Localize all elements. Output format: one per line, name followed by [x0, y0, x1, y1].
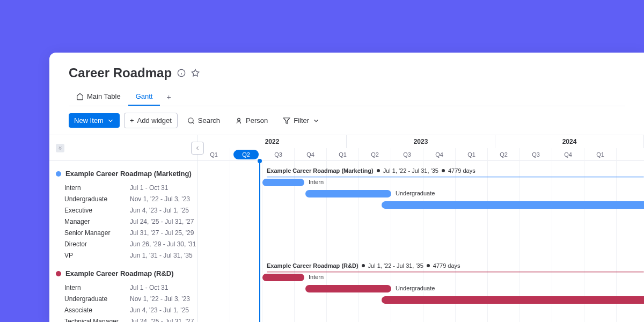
task-name: Intern [56, 284, 130, 291]
task-name: Undergraduate [56, 195, 130, 203]
gantt-row: Intern [198, 272, 644, 283]
task-row[interactable]: AssociateJun 4, '23 - Jul 1, '25 [56, 304, 197, 316]
task-row[interactable]: InternJul 1 - Oct 31 [56, 282, 197, 293]
task-row[interactable]: UndergraduateNov 1, '22 - Jul 3, '23 [56, 193, 197, 204]
tab-main-table[interactable]: Main Table [69, 88, 128, 106]
info-icon[interactable] [177, 69, 186, 77]
task-name: Technical Manager [56, 318, 130, 323]
new-item-button[interactable]: New Item [69, 113, 120, 128]
gantt-row [198, 317, 644, 322]
tool-label: Search [198, 116, 220, 125]
search-button[interactable]: Search [182, 113, 225, 128]
year-label: 2024 [495, 135, 644, 148]
quarter-label: Q4 [552, 148, 584, 161]
collapse-pane-button[interactable] [191, 142, 204, 155]
toolbar: New Item + Add widget Search Person Filt… [49, 106, 644, 135]
chevron-down-icon [107, 117, 114, 125]
gantt-bar-label: Intern [309, 274, 324, 280]
add-tab-button[interactable]: + [160, 89, 177, 106]
task-date: Jul 24, '25 - Jul 31, '27 [130, 318, 197, 323]
tool-label: Filter [294, 116, 309, 125]
timeline-header: 202220232024 Q1Q2Q3Q4Q1Q2Q3Q4Q1Q2Q3Q4Q1 [198, 135, 644, 161]
chevron-down-icon [312, 117, 320, 125]
task-date: Nov 1, '22 - Jul 3, '23 [130, 195, 197, 203]
task-date: Jul 1 - Oct 31 [130, 284, 197, 291]
gantt-bar-label: Intern [309, 179, 324, 185]
chevron-left-icon [194, 145, 201, 151]
group-header[interactable]: Example Career Roadmap (Marketing) [56, 167, 197, 180]
quarter-label: Q1 [456, 148, 488, 161]
header: Career Roadmap Main Table Gantt + [49, 53, 644, 106]
gantt-bar[interactable] [305, 285, 391, 292]
left-pane: Example Career Roadmap (Marketing)Intern… [49, 135, 197, 322]
task-name: Manager [56, 218, 130, 225]
svg-point-4 [188, 118, 193, 122]
person-icon [235, 117, 243, 125]
gantt-view: Example Career Roadmap (Marketing)Intern… [49, 135, 644, 322]
timeline-pane[interactable]: 202220232024 Q1Q2Q3Q4Q1Q2Q3Q4Q1Q2Q3Q4Q1 … [197, 135, 644, 322]
expand-all-button[interactable] [56, 144, 64, 152]
gantt-row [198, 200, 644, 211]
task-date: Jul 31, '27 - Jul 25, '29 [130, 229, 197, 237]
person-button[interactable]: Person [230, 113, 273, 128]
task-name: Senior Manager [56, 229, 130, 237]
gantt-row: Intern [198, 177, 644, 188]
group: Example Career Roadmap (Marketing)Intern… [49, 161, 197, 261]
task-date: Jul 1 - Oct 31 [130, 184, 197, 192]
task-row[interactable]: Senior ManagerJul 31, '27 - Jul 25, '29 [56, 227, 197, 238]
task-date: Jun 26, '29 - Jul 30, '31 [130, 240, 197, 248]
gantt-row [198, 306, 644, 317]
task-date: Jul 24, '25 - Jul 31, '27 [130, 218, 197, 225]
gantt-bar[interactable] [305, 190, 391, 197]
quarter-label: Q2 [488, 148, 520, 161]
gantt-row: Undergraduate [198, 188, 644, 200]
task-name: Undergraduate [56, 295, 130, 303]
task-date: Nov 1, '22 - Jul 3, '23 [130, 295, 197, 303]
filter-icon [283, 117, 290, 125]
gantt-row [198, 211, 644, 222]
tabs: Main Table Gantt + [69, 88, 625, 106]
task-row[interactable]: VPJun 1, '31 - Jul 31, '35 [56, 250, 197, 261]
year-label: 2023 [347, 135, 495, 148]
gantt-bar[interactable] [262, 179, 304, 186]
task-date: Jun 4, '23 - Jul 1, '25 [130, 207, 197, 214]
star-icon[interactable] [191, 69, 200, 77]
task-name: VP [56, 252, 130, 259]
home-icon [76, 93, 84, 100]
button-label: Add widget [137, 116, 172, 125]
gantt-bar[interactable] [382, 201, 644, 209]
tab-gantt[interactable]: Gantt [128, 88, 160, 106]
group-title: Example Career Roadmap (Marketing) [65, 170, 192, 178]
gantt-bar[interactable] [262, 274, 304, 281]
task-date: Jun 4, '23 - Jul 1, '25 [130, 306, 197, 314]
task-date: Jun 1, '31 - Jul 31, '35 [130, 252, 197, 259]
task-row[interactable]: Technical ManagerJul 24, '25 - Jul 31, '… [56, 316, 197, 322]
svg-point-6 [238, 118, 240, 121]
page-title: Career Roadmap [69, 65, 172, 80]
group-header[interactable]: Example Career Roadmap (R&D) [56, 267, 197, 280]
expand-icon [57, 145, 63, 151]
add-widget-button[interactable]: + Add widget [124, 113, 178, 128]
task-row[interactable]: InternJul 1 - Oct 31 [56, 182, 197, 193]
task-row[interactable]: ManagerJul 24, '25 - Jul 31, '27 [56, 216, 197, 227]
quarter-label: Q1 [584, 148, 617, 161]
gantt-row [198, 295, 644, 306]
group-color-dot [56, 171, 61, 177]
gantt-group: Example Career Roadmap (Marketing) Jul 1… [198, 161, 644, 256]
task-row[interactable]: ExecutiveJun 4, '23 - Jul 1, '25 [56, 204, 197, 216]
quarter-label: Q3 [391, 148, 423, 161]
today-marker [259, 161, 260, 322]
gantt-bar[interactable] [382, 296, 644, 304]
task-row[interactable]: DirectorJun 26, '29 - Jul 30, '31 [56, 238, 197, 250]
group-summary: Example Career Roadmap (R&D) Jul 1, '22 … [198, 262, 644, 269]
quarter-label: Q2 [359, 148, 391, 161]
timeline-body: Example Career Roadmap (Marketing) Jul 1… [198, 161, 644, 322]
quarter-label: Q3 [520, 148, 552, 161]
filter-button[interactable]: Filter [277, 113, 325, 128]
gantt-row: Undergraduate [198, 283, 644, 295]
gantt-bar-label: Undergraduate [396, 190, 435, 196]
svg-marker-7 [283, 118, 290, 123]
gantt-row [198, 233, 644, 245]
group: Example Career Roadmap (R&D)InternJul 1 … [49, 261, 197, 322]
task-row[interactable]: UndergraduateNov 1, '22 - Jul 3, '23 [56, 293, 197, 304]
